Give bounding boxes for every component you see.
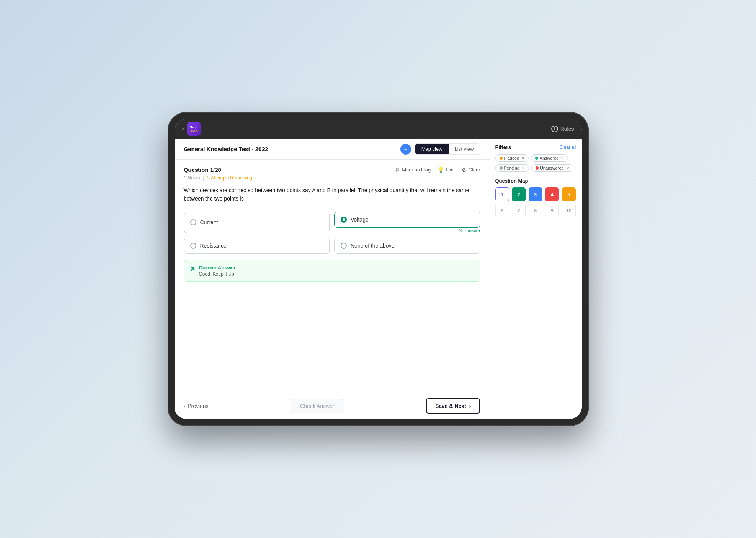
option-d-label: None of the above bbox=[351, 243, 394, 249]
map-num-9[interactable]: 9 bbox=[545, 204, 559, 217]
rules-button[interactable]: i Rules bbox=[551, 126, 574, 132]
logo-box: Magic BOX bbox=[187, 122, 201, 136]
option-a-label: Current bbox=[200, 219, 218, 225]
filter-unanswered-close[interactable]: ✕ bbox=[566, 166, 569, 170]
filters-title: Filters bbox=[495, 144, 511, 150]
marks-row: 1 Marks | 2 Attempts Remaining bbox=[184, 175, 480, 181]
hint-label: Hint bbox=[446, 167, 455, 173]
attempts-text: 2 Attempts Remaining bbox=[207, 175, 252, 181]
answered-dot bbox=[535, 157, 538, 160]
info-icon[interactable]: → bbox=[400, 144, 411, 155]
filters-header: Filters Clear all bbox=[495, 144, 576, 150]
question-text: Which devices are connected between two … bbox=[184, 186, 480, 203]
test-header: General Knowledge Test - 2022 → Map view… bbox=[175, 139, 490, 160]
mark-flag-label: Mark as Flag bbox=[402, 167, 431, 173]
right-panel: Filters Clear all Flagged ✕ Answered ✕ bbox=[490, 139, 582, 419]
filter-unanswered-label: Unanswered bbox=[540, 166, 564, 170]
filter-answered-label: Answered bbox=[540, 156, 558, 160]
list-view-button[interactable]: List view bbox=[449, 144, 480, 154]
test-title: General Knowledge Test - 2022 bbox=[184, 146, 268, 152]
correct-answer-box: ✕ Correct Answer Good, Keep it Up bbox=[184, 260, 480, 282]
previous-button[interactable]: ‹ Previous bbox=[184, 403, 209, 409]
option-c-label: Resistance bbox=[200, 243, 227, 249]
option-d-radio bbox=[341, 243, 347, 249]
marks-text: 1 Marks bbox=[184, 175, 200, 181]
question-actions: ⚐ Mark as Flag 💡 Hint ⊘ Clear bbox=[395, 167, 480, 173]
question-map-title: Question Map bbox=[495, 178, 576, 184]
filter-flagged-label: Flagged bbox=[504, 156, 519, 160]
option-a[interactable]: Current bbox=[184, 212, 330, 233]
map-view-button[interactable]: Map view bbox=[415, 144, 449, 154]
top-bar: ‹ Magic BOX i Rules bbox=[175, 119, 582, 139]
filter-pending-close[interactable]: ✕ bbox=[522, 166, 525, 170]
previous-label: Previous bbox=[188, 403, 208, 409]
pending-dot bbox=[500, 166, 503, 170]
rules-icon: i bbox=[551, 126, 558, 132]
clear-label: Clear bbox=[468, 167, 480, 173]
check-answer-label: Check Answer bbox=[300, 403, 334, 409]
filter-pending-label: Pending bbox=[504, 166, 519, 170]
filter-tag-pending[interactable]: Pending ✕ bbox=[495, 164, 529, 172]
map-num-6[interactable]: 6 bbox=[495, 204, 509, 217]
question-map-grid: 1 2 3 4 5 6 7 8 9 10 bbox=[495, 187, 576, 217]
logo-area[interactable]: ‹ Magic BOX bbox=[182, 122, 201, 136]
clear-button[interactable]: ⊘ Clear bbox=[462, 167, 480, 173]
logo-box-text: BOX bbox=[190, 129, 198, 132]
map-num-5[interactable]: 5 bbox=[562, 187, 576, 201]
view-toggle: Map view List view bbox=[415, 143, 480, 155]
flagged-dot bbox=[500, 157, 503, 160]
save-next-arrow-icon: › bbox=[469, 403, 471, 409]
map-num-8[interactable]: 8 bbox=[529, 204, 542, 217]
back-arrow-icon[interactable]: ‹ bbox=[182, 126, 184, 132]
filter-answered-close[interactable]: ✕ bbox=[561, 156, 564, 160]
save-next-label: Save & Next bbox=[435, 403, 466, 409]
filter-tag-answered[interactable]: Answered ✕ bbox=[531, 154, 568, 162]
options-grid: Current Voltage Your answer bbox=[184, 212, 480, 254]
mark-as-flag-button[interactable]: ⚐ Mark as Flag bbox=[395, 167, 431, 173]
map-num-4[interactable]: 4 bbox=[545, 187, 559, 201]
option-b-wrapper: Voltage Your answer bbox=[334, 212, 480, 233]
rules-label: Rules bbox=[560, 126, 574, 132]
clear-all-button[interactable]: Clear all bbox=[559, 145, 576, 150]
filter-tag-flagged[interactable]: Flagged ✕ bbox=[495, 154, 529, 162]
save-next-button[interactable]: Save & Next › bbox=[426, 398, 480, 414]
tablet-frame: ‹ Magic BOX i Rules General Knowledge Te… bbox=[168, 112, 589, 426]
correct-check-icon: ✕ bbox=[190, 265, 195, 272]
prev-arrow-icon: ‹ bbox=[184, 403, 186, 409]
tablet-screen: ‹ Magic BOX i Rules General Knowledge Te… bbox=[175, 119, 582, 419]
option-c-radio bbox=[190, 243, 196, 249]
clear-icon: ⊘ bbox=[462, 167, 466, 173]
map-num-10[interactable]: 10 bbox=[562, 204, 576, 217]
hint-button[interactable]: 💡 Hint bbox=[438, 167, 455, 173]
option-d[interactable]: None of the above bbox=[334, 238, 480, 254]
option-b-radio bbox=[341, 217, 347, 223]
main-content: General Knowledge Test - 2022 → Map view… bbox=[175, 139, 582, 419]
flag-icon: ⚐ bbox=[395, 167, 400, 173]
option-b[interactable]: Voltage bbox=[334, 212, 480, 228]
correct-subtitle: Good, Keep it Up bbox=[199, 271, 236, 277]
divider: | bbox=[203, 175, 204, 181]
your-answer-label: Your answer bbox=[334, 229, 480, 233]
question-meta: Question 1/20 ⚐ Mark as Flag 💡 Hint bbox=[184, 166, 480, 173]
correct-title: Correct Answer bbox=[199, 265, 236, 271]
option-b-label: Voltage bbox=[351, 217, 369, 223]
check-answer-button[interactable]: Check Answer bbox=[291, 399, 344, 413]
unanswered-dot bbox=[536, 166, 539, 170]
filter-flagged-close[interactable]: ✕ bbox=[521, 156, 524, 160]
map-num-3[interactable]: 3 bbox=[529, 187, 542, 201]
bottom-bar: ‹ Previous Check Answer Save & Next › bbox=[175, 393, 490, 419]
map-num-7[interactable]: 7 bbox=[512, 204, 526, 217]
logo-magic: Magic bbox=[190, 126, 198, 129]
question-number: Question 1/20 bbox=[184, 166, 221, 173]
hint-icon: 💡 bbox=[438, 167, 444, 173]
left-panel: General Knowledge Test - 2022 → Map view… bbox=[175, 139, 490, 419]
correct-content: Correct Answer Good, Keep it Up bbox=[199, 265, 236, 277]
option-c[interactable]: Resistance bbox=[184, 238, 330, 254]
filter-tags: Flagged ✕ Answered ✕ Pending ✕ bbox=[495, 154, 576, 172]
question-area: Question 1/20 ⚐ Mark as Flag 💡 Hint bbox=[175, 160, 490, 393]
map-num-1[interactable]: 1 bbox=[495, 187, 509, 201]
map-num-2[interactable]: 2 bbox=[512, 187, 526, 201]
option-a-radio bbox=[190, 219, 196, 225]
filter-tag-unanswered[interactable]: Unanswered ✕ bbox=[531, 164, 573, 172]
